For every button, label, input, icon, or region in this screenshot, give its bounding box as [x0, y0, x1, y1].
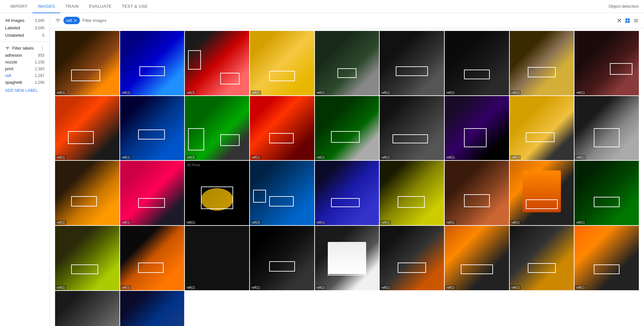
image-cell-37[interactable]: raft(1)	[55, 291, 119, 326]
raft-filter-chip[interactable]: raft ✕	[63, 17, 80, 24]
image-cell-30[interactable]: raft(1)	[185, 226, 249, 290]
image-cell-35[interactable]: raft(1)	[510, 226, 574, 290]
label-nozzle-count: 1,158	[35, 60, 44, 64]
image-cell-33[interactable]: raft(1)	[380, 226, 444, 290]
label-adhesion[interactable]: adhesion 853	[0, 52, 50, 59]
image-cell-5[interactable]: raft(1)	[315, 31, 379, 95]
bbox-23	[331, 198, 360, 207]
all-images-label: All images	[5, 18, 24, 23]
more-icon[interactable]: ⋮	[40, 46, 44, 51]
image-cell-36[interactable]: raft(1)	[574, 226, 639, 290]
content-area: raft ✕ Filter images ✕ raft(1)	[50, 13, 644, 326]
image-cell-10[interactable]: raft(1)	[55, 96, 119, 160]
bbox-36	[594, 264, 620, 274]
tab-evaluate[interactable]: EVALUATE	[84, 0, 117, 13]
list-view-button[interactable]	[633, 18, 639, 24]
image-label-22: raft(3)	[251, 220, 261, 225]
image-cell-11[interactable]: raft(1)	[120, 96, 185, 160]
unlabeled-label: Unlabeled	[5, 33, 24, 38]
image-cell-22[interactable]: raft(3)	[250, 161, 314, 225]
image-cell-9[interactable]: raft(1)	[574, 31, 639, 95]
bbox-22a	[269, 196, 294, 206]
sidebar: All images 3,045 Labeled 3,045 Unlabeled…	[0, 13, 50, 326]
image-cell-26[interactable]: raft(1)	[510, 161, 574, 225]
filter-labels-header[interactable]: Filter labels ⋮	[0, 44, 50, 52]
image-label-33: raft(1)	[380, 285, 391, 290]
image-cell-34[interactable]: raft(1)	[445, 226, 509, 290]
image-cell-3[interactable]: raft(3)	[185, 31, 249, 95]
add-new-label-button[interactable]: ADD NEW LABEL	[0, 86, 50, 95]
image-label-28: raft(1)	[56, 285, 66, 290]
sidebar-unlabeled[interactable]: Unlabeled 0	[0, 32, 50, 39]
image-cell-17[interactable]: raft(1)	[510, 96, 574, 160]
image-cell-7[interactable]: raft(1)	[445, 31, 509, 95]
tab-import[interactable]: IMPORT	[5, 0, 33, 13]
sidebar-all-images[interactable]: All images 3,045	[0, 17, 50, 24]
label-spaghetti-name: spaghetti	[5, 80, 22, 85]
grid-view-button[interactable]	[625, 18, 630, 24]
image-cell-29[interactable]: raft(1)	[120, 226, 185, 290]
image-cell-18[interactable]: raft(1)	[574, 96, 639, 160]
image-cell-16[interactable]: raft(1)	[445, 96, 509, 160]
tab-train[interactable]: TRAIN	[60, 0, 84, 13]
image-label-31: raft(1)	[251, 285, 261, 290]
image-label-23: raft(1)	[316, 220, 326, 225]
close-button[interactable]: ✕	[617, 17, 622, 24]
bbox-15	[393, 134, 428, 143]
bbox-25	[464, 194, 490, 207]
image-cell-4[interactable]: raft(1)	[250, 31, 314, 95]
filter-list-icon	[55, 18, 61, 24]
label-raft[interactable]: raft 1,287	[0, 72, 50, 79]
image-cell-2[interactable]: raft(1)	[120, 31, 185, 95]
label-spaghetti[interactable]: spaghetti 1,266	[0, 79, 50, 86]
image-cell-1[interactable]: raft(1)	[55, 31, 119, 95]
image-cell-27[interactable]: raft(1)	[574, 161, 639, 225]
label-nozzle[interactable]: nozzle 1,158	[0, 59, 50, 65]
bbox-22b	[253, 190, 266, 203]
label-print[interactable]: print 2,383	[0, 65, 50, 72]
bbox-29	[138, 263, 164, 273]
image-cell-6[interactable]: raft(1)	[380, 31, 444, 95]
filter-bar: raft ✕ Filter images ✕	[50, 13, 644, 28]
image-label-7: raft(1)	[445, 91, 456, 95]
image-cell-19[interactable]: raft(1)	[55, 161, 119, 225]
labeled-label: Labeled	[5, 25, 20, 30]
image-cell-38[interactable]: raft(1)	[120, 291, 185, 326]
image-cell-15[interactable]: raft(1)	[380, 96, 444, 160]
sidebar-labeled[interactable]: Labeled 3,045	[0, 24, 50, 32]
filter-bar-right: ✕	[617, 17, 639, 24]
bbox-12a	[188, 128, 204, 151]
image-cell-32[interactable]: raft(1)	[315, 226, 379, 290]
image-label-32: raft(1)	[316, 285, 326, 290]
filter-images-input[interactable]: Filter images	[82, 18, 106, 23]
chip-label: raft	[66, 18, 72, 23]
image-cell-13[interactable]: raft(1)	[250, 96, 314, 160]
image-cell-31[interactable]: raft(1)	[250, 226, 314, 290]
bbox-26	[526, 199, 558, 209]
image-cell-12[interactable]: raft(3)	[185, 96, 249, 160]
image-label-9: raft(1)	[575, 91, 586, 95]
image-cell-24[interactable]: raft(1)	[380, 161, 444, 225]
bbox-3b	[220, 73, 240, 84]
unlabeled-count: 0	[42, 33, 44, 38]
bbox-35	[528, 263, 556, 273]
image-label-5: raft(1)	[316, 91, 326, 95]
image-label-15: raft(1)	[380, 155, 391, 159]
bbox-18	[594, 128, 620, 148]
image-label-13: raft(1)	[251, 155, 261, 159]
image-cell-14[interactable]: raft(1)	[315, 96, 379, 160]
image-cell-23[interactable]: raft(1)	[315, 161, 379, 225]
label-print-count: 2,383	[35, 67, 44, 71]
image-cell-25[interactable]: raft(1)	[445, 161, 509, 225]
image-cell-28[interactable]: raft(1)	[55, 226, 119, 290]
image-cell-21[interactable]: 3D Prints raft(1)	[185, 161, 249, 225]
bbox-8	[528, 67, 556, 77]
tab-test-use[interactable]: TEST & USE	[117, 0, 153, 13]
grid-container: raft(1) raft(1) raft(3) raft(1)	[55, 31, 639, 290]
tab-images[interactable]: IMAGES	[33, 0, 60, 13]
label-raft-name: raft	[5, 73, 11, 78]
filter-icon-button[interactable]	[55, 18, 61, 24]
image-cell-8[interactable]: raft(1)	[510, 31, 574, 95]
image-cell-20[interactable]: raft(1)	[120, 161, 185, 225]
chip-close-button[interactable]: ✕	[73, 18, 77, 23]
